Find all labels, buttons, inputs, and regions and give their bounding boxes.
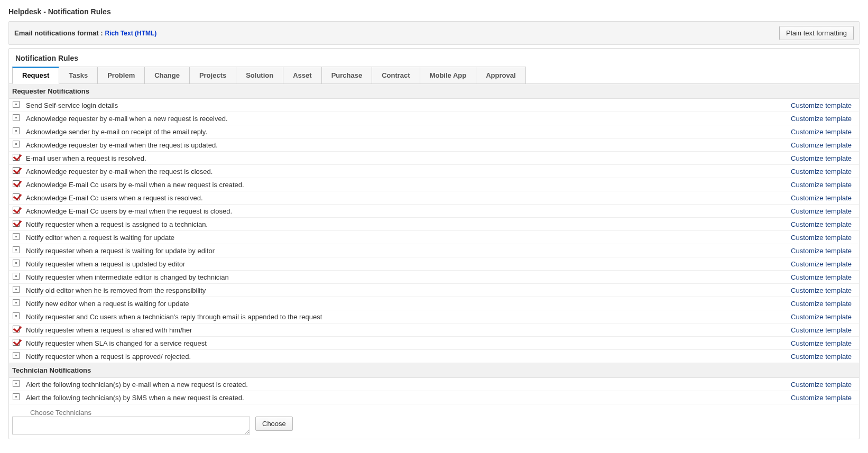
rule-label: Acknowledge E-mail Cc users by e-mail wh… — [23, 205, 785, 218]
rule-checkbox[interactable] — [13, 339, 20, 346]
rule-label: Notify requester when a request is assig… — [23, 218, 785, 231]
rule-checkbox[interactable] — [13, 233, 20, 240]
rule-checkbox[interactable] — [13, 326, 20, 332]
rule-checkbox[interactable] — [13, 207, 20, 214]
rule-row: Acknowledge sender by e-mail on receipt … — [9, 125, 859, 138]
section-header: Requester Notifications — [9, 84, 859, 99]
rule-checkbox[interactable] — [13, 246, 20, 253]
tab-bar: RequestTasksProblemChangeProjectsSolutio… — [9, 67, 859, 84]
customize-template-link[interactable]: Customize template — [791, 128, 852, 136]
rule-checkbox[interactable] — [13, 312, 20, 319]
customize-template-link[interactable]: Customize template — [791, 181, 852, 189]
customize-template-link[interactable]: Customize template — [791, 115, 852, 123]
rule-label: Send Self-service login details — [23, 99, 785, 112]
rule-checkbox[interactable] — [13, 154, 20, 161]
rule-row: E-mail user when a request is resolved.C… — [9, 152, 859, 165]
rule-label: Notify editor when a request is waiting … — [23, 231, 785, 244]
rule-row: Acknowledge requester by e-mail when a n… — [9, 112, 859, 125]
rule-checkbox[interactable] — [13, 114, 20, 121]
rule-checkbox[interactable] — [13, 380, 20, 387]
rule-checkbox[interactable] — [13, 167, 20, 174]
customize-template-link[interactable]: Customize template — [791, 286, 852, 294]
customize-template-link[interactable]: Customize template — [791, 353, 852, 360]
notification-rules-panel: Notification Rules RequestTasksProblemCh… — [8, 48, 860, 439]
tab-approval[interactable]: Approval — [476, 67, 525, 84]
rule-checkbox[interactable] — [13, 127, 20, 134]
page-title: Helpdesk - Notification Rules — [8, 4, 860, 21]
rule-row: Notify requester when intermediate edito… — [9, 271, 859, 284]
tab-asset[interactable]: Asset — [283, 67, 321, 84]
customize-template-link[interactable]: Customize template — [791, 207, 852, 215]
customize-template-link[interactable]: Customize template — [791, 194, 852, 202]
rule-label: Acknowledge requester by e-mail when the… — [23, 138, 785, 152]
customize-template-link[interactable]: Customize template — [791, 326, 852, 334]
customize-template-link[interactable]: Customize template — [791, 220, 852, 228]
customize-template-link[interactable]: Customize template — [791, 300, 852, 308]
rule-row: Acknowledge E-mail Cc users when a reque… — [9, 191, 859, 205]
rule-label: Acknowledge requester by e-mail when the… — [23, 165, 785, 178]
rule-label: Alert the following technician(s) by SMS… — [23, 391, 785, 404]
rule-label: Notify requester when a request is share… — [23, 323, 785, 337]
rule-checkbox[interactable] — [13, 193, 20, 200]
rule-row: Notify requester and Cc users when a tec… — [9, 310, 859, 323]
customize-template-link[interactable]: Customize template — [791, 339, 852, 347]
rule-checkbox[interactable] — [13, 260, 20, 266]
rule-row: Alert the following technician(s) by SMS… — [9, 391, 859, 404]
rule-row: Acknowledge requester by e-mail when the… — [9, 165, 859, 178]
customize-template-link[interactable]: Customize template — [791, 101, 852, 109]
tab-problem[interactable]: Problem — [97, 67, 145, 84]
rule-checkbox[interactable] — [13, 273, 20, 280]
rule-row: Send Self-service login detailsCustomize… — [9, 99, 859, 112]
tab-purchase[interactable]: Purchase — [321, 67, 373, 84]
rule-row: Alert the following technician(s) by e-m… — [9, 378, 859, 391]
rule-label: Alert the following technician(s) by e-m… — [23, 378, 785, 391]
tab-projects[interactable]: Projects — [189, 67, 236, 84]
rule-row: Notify requester when a request is appro… — [9, 350, 859, 363]
customize-template-link[interactable]: Customize template — [791, 260, 852, 268]
rule-label: Notify requester when a request is waiti… — [23, 244, 785, 257]
customize-template-link[interactable]: Customize template — [791, 234, 852, 242]
tab-mobile-app[interactable]: Mobile App — [420, 67, 477, 84]
tab-content: Requester NotificationsSend Self-service… — [9, 84, 859, 439]
customize-template-link[interactable]: Customize template — [791, 247, 852, 255]
rule-row: Notify requester when a request is assig… — [9, 218, 859, 231]
rule-label: Acknowledge E-mail Cc users when a reque… — [23, 191, 785, 205]
rule-row: Notify requester when a request is share… — [9, 323, 859, 337]
choose-technicians-label: Choose Technicians — [12, 409, 97, 417]
choose-technicians-textarea[interactable] — [12, 417, 250, 434]
rule-checkbox[interactable] — [13, 299, 20, 306]
rule-row: Notify requester when a request is waiti… — [9, 244, 859, 257]
tab-request[interactable]: Request — [12, 67, 59, 84]
rule-label: E-mail user when a request is resolved. — [23, 152, 785, 165]
rule-checkbox[interactable] — [13, 101, 20, 108]
rule-checkbox[interactable] — [13, 352, 20, 359]
rule-label: Notify new editor when a request is wait… — [23, 297, 785, 310]
rule-checkbox[interactable] — [13, 180, 20, 187]
rule-row: Acknowledge E-mail Cc users by e-mail wh… — [9, 178, 859, 191]
rule-label: Acknowledge sender by e-mail on receipt … — [23, 125, 785, 138]
tab-contract[interactable]: Contract — [372, 67, 420, 84]
rule-checkbox[interactable] — [13, 141, 20, 147]
rule-row: Notify requester when a request is updat… — [9, 257, 859, 271]
tab-change[interactable]: Change — [144, 67, 190, 84]
rule-checkbox[interactable] — [13, 393, 20, 400]
customize-template-link[interactable]: Customize template — [791, 168, 852, 175]
email-format-bar: Email notifications format : Rich Text (… — [8, 21, 860, 45]
email-format-link[interactable]: Rich Text (HTML) — [105, 30, 157, 37]
plain-text-formatting-button[interactable]: Plain text formatting — [779, 26, 854, 40]
tab-solution[interactable]: Solution — [236, 67, 283, 84]
rule-label: Notify old editor when he is removed fro… — [23, 284, 785, 297]
customize-template-link[interactable]: Customize template — [791, 154, 852, 162]
rule-checkbox[interactable] — [13, 286, 20, 293]
tab-tasks[interactable]: Tasks — [59, 67, 98, 84]
rule-checkbox[interactable] — [13, 220, 20, 227]
rule-label: Acknowledge E-mail Cc users by e-mail wh… — [23, 178, 785, 191]
rule-row: Notify new editor when a request is wait… — [9, 297, 859, 310]
customize-template-link[interactable]: Customize template — [791, 273, 852, 281]
customize-template-link[interactable]: Customize template — [791, 141, 852, 149]
customize-template-link[interactable]: Customize template — [791, 313, 852, 321]
email-format-label: Email notifications format : — [14, 29, 103, 37]
customize-template-link[interactable]: Customize template — [791, 381, 852, 389]
customize-template-link[interactable]: Customize template — [791, 394, 852, 402]
choose-button[interactable]: Choose — [255, 417, 293, 431]
